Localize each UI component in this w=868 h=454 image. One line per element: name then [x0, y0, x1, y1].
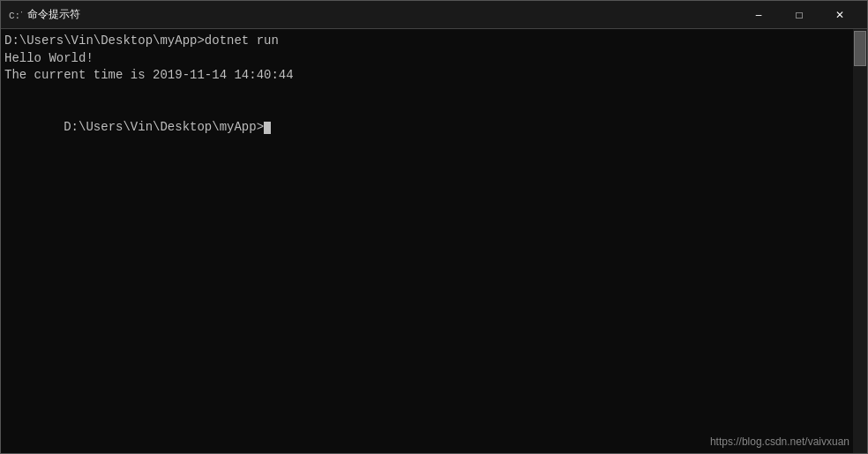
watermark: https://blog.csdn.net/vaivxuan	[710, 435, 849, 448]
scrollbar-thumb[interactable]	[854, 31, 866, 66]
console-line-2: Hello World!	[4, 50, 849, 68]
console-line-3: The current time is 2019-11-14 14:40:44	[4, 67, 849, 85]
scrollbar[interactable]	[853, 29, 867, 453]
window-controls: – □ ✕	[738, 1, 860, 29]
window-title: 命令提示符	[27, 7, 80, 22]
maximize-button[interactable]: □	[779, 1, 819, 29]
minimize-button[interactable]: –	[738, 1, 779, 29]
title-bar-left: C:\ 命令提示符	[8, 7, 80, 22]
console-body[interactable]: D:\Users\Vin\Desktop\myApp>dotnet run He…	[1, 29, 867, 453]
console-line-5: D:\Users\Vin\Desktop\myApp>	[4, 101, 849, 153]
cmd-window: C:\ 命令提示符 – □ ✕ D:\Users\Vin\Desktop\myA…	[0, 0, 868, 454]
close-button[interactable]: ✕	[819, 1, 860, 29]
cursor	[264, 122, 271, 134]
title-bar: C:\ 命令提示符 – □ ✕	[1, 1, 867, 29]
svg-text:C:\: C:\	[9, 11, 22, 21]
console-content: D:\Users\Vin\Desktop\myApp>dotnet run He…	[1, 29, 867, 453]
console-line-4	[4, 85, 849, 102]
cmd-icon: C:\	[8, 8, 22, 22]
console-line-1: D:\Users\Vin\Desktop\myApp>dotnet run	[4, 33, 849, 50]
